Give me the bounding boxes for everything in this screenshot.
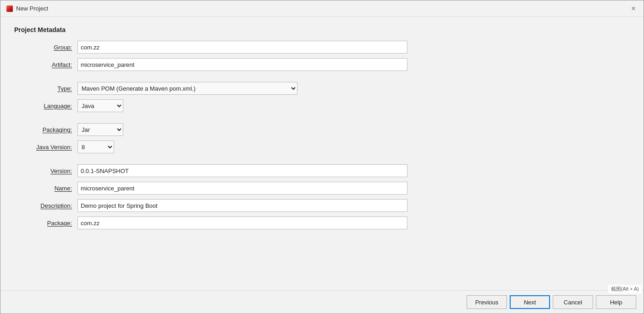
- description-label: Description:: [14, 202, 74, 209]
- form-grid: Group: Artifact: Type: Maven POM (Genera…: [14, 41, 427, 229]
- language-label: Language:: [14, 103, 74, 109]
- type-select[interactable]: Maven POM (Generate a Maven pom.xml.) Ma…: [77, 82, 297, 95]
- title-bar: New Project ×: [0, 0, 644, 17]
- java-version-select[interactable]: 8 11 17 21: [77, 141, 114, 153]
- name-input[interactable]: [77, 182, 407, 195]
- package-label: Package:: [14, 220, 74, 227]
- group-label: Group:: [14, 44, 74, 51]
- type-label: Type:: [14, 85, 74, 92]
- dialog-content: Project Metadata Group: Artifact: Type: …: [0, 17, 644, 290]
- new-project-dialog: New Project × Project Metadata Group: Ar…: [0, 0, 644, 314]
- close-button[interactable]: ×: [629, 4, 638, 13]
- packaging-label: Packaging:: [14, 126, 74, 133]
- section-title: Project Metadata: [14, 26, 630, 33]
- java-version-label: Java Version:: [14, 144, 74, 151]
- name-label: Name:: [14, 185, 74, 192]
- group-input[interactable]: [77, 41, 407, 54]
- previous-button[interactable]: Previous: [467, 295, 507, 309]
- language-select[interactable]: Java Kotlin Groovy: [77, 99, 123, 112]
- version-label: Version:: [14, 168, 74, 174]
- version-input[interactable]: [77, 164, 407, 177]
- dialog-footer: Previous Next Cancel Help: [0, 290, 644, 314]
- packaging-select[interactable]: Jar War: [77, 123, 123, 136]
- dialog-title: New Project: [16, 5, 48, 12]
- description-input[interactable]: [77, 199, 407, 212]
- help-button[interactable]: Help: [596, 295, 636, 309]
- artifact-input[interactable]: [77, 58, 407, 71]
- next-button[interactable]: Next: [510, 295, 550, 309]
- artifact-label: Artifact:: [14, 61, 74, 68]
- app-icon: [6, 5, 13, 12]
- cancel-button[interactable]: Cancel: [553, 295, 593, 309]
- package-input[interactable]: [77, 217, 407, 229]
